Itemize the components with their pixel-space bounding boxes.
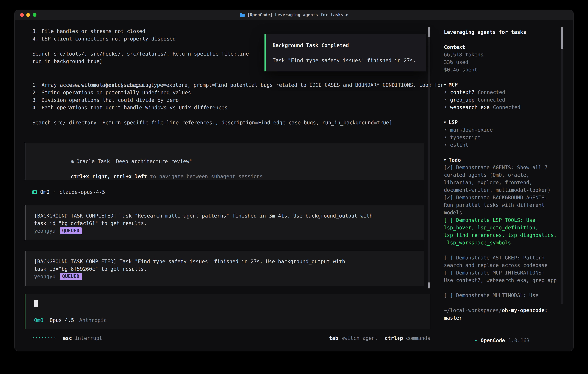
mcp-item: •websearch_exaConnected	[444, 104, 573, 111]
half-moon-icon: ◐	[346, 10, 348, 20]
provider-label: Anthropic	[79, 316, 107, 324]
lsp-name: markdown-oxide	[450, 127, 493, 133]
sidebar-scrollbar[interactable]	[561, 27, 563, 304]
mcp-item: •grep_appConnected	[444, 96, 573, 104]
bullet-icon: •	[444, 142, 447, 148]
hint-text: to navigate between subagent sessions	[147, 174, 263, 179]
chevron-down-icon: ▼	[444, 158, 446, 162]
text-cursor	[34, 300, 38, 307]
active-model-label: Opus 4.5	[50, 316, 74, 324]
zoom-window-button[interactable]	[33, 13, 36, 17]
agent-name: OmO	[40, 188, 49, 196]
toast-title: Background Task Completed	[273, 42, 419, 49]
toast-body: Task "Find type safety issues" finished …	[273, 57, 419, 64]
agent-model: claude-opus-4-5	[59, 188, 105, 196]
background-task-toast[interactable]: Background Task Completed Task "Find typ…	[264, 34, 426, 72]
chat-scrollbar[interactable]	[428, 27, 430, 289]
bullet-icon: •	[474, 338, 477, 343]
separator-dot: ·	[53, 188, 56, 196]
oracle-task-panel[interactable]: ◉Oracle Task "Deep architecture review" …	[25, 143, 424, 180]
mcp-heading-label: MCP	[449, 82, 458, 88]
todo-item: [✓] Demonstrate BACKGROUND AGENTS: Run p…	[444, 194, 559, 216]
hint-keys: ctrl+x right, ctrl+x left	[71, 174, 147, 179]
lsp-name: eslint	[450, 142, 468, 148]
chevron-down-icon: ▼	[444, 120, 446, 124]
todo-section-header[interactable]: ▼Todo	[444, 156, 573, 164]
status-badge: QUEUED	[60, 273, 82, 280]
terminal-window: [OpenCode] Leveraging agents for tasks ◐…	[14, 10, 574, 351]
minimize-window-button[interactable]	[26, 13, 30, 17]
session-title: Leveraging agents for tasks	[444, 28, 573, 36]
esc-key-hint: esc	[63, 334, 72, 342]
lsp-item: •markdown-oxide	[444, 126, 573, 134]
workspace-branch: master	[444, 314, 559, 322]
mcp-name: grep_app	[450, 97, 474, 103]
todo-item: [ ] Demonstrate MCP INTEGRATIONS: Use co…	[444, 269, 559, 284]
window-title-group: [OpenCode] Leveraging agents for tasks ◐	[240, 10, 348, 20]
oracle-task-title: Oracle Task "Deep architecture review"	[76, 158, 192, 164]
status-bar-right: tab switch agent ctrl+p commands	[329, 334, 430, 342]
navigation-hint: ctrl+x right, ctrl+x left to navigate be…	[34, 165, 415, 173]
message-text: [BACKGROUND TASK COMPLETED] Task "Find t…	[34, 258, 415, 265]
model-info-row: OmO Opus 4.5 Anthropic	[34, 316, 422, 324]
oracle-task-title-row: ◉Oracle Task "Deep architecture review"	[34, 150, 415, 158]
message-block: [BACKGROUND TASK COMPLETED] Task "Resear…	[25, 205, 424, 240]
mcp-section-header[interactable]: ▼MCP	[444, 81, 573, 89]
agent-square-icon	[32, 190, 37, 194]
todo-heading-label: Todo	[449, 157, 461, 163]
ctrlp-key-hint: ctrl+p	[385, 334, 403, 342]
terminal-line: 3. Division operations that could divide…	[32, 96, 431, 104]
bullet-icon: •	[444, 89, 447, 95]
window-title: [OpenCode] Leveraging agents for tasks	[247, 10, 343, 20]
todo-item: [ ] Demonstrate AST-GREP: Pattern search…	[444, 254, 559, 269]
spinner-dots: ••••••••	[32, 334, 57, 342]
context-spent: $0.46 spent	[444, 66, 573, 73]
workspace-path-prefix: ~/local-workspaces/	[444, 307, 502, 313]
workspace-path: ~/local-workspaces/oh-my-opencode: maste…	[444, 307, 559, 322]
lsp-section-header[interactable]: ▼LSP	[444, 119, 573, 126]
chat-scrollbar-thumb[interactable]	[428, 282, 430, 288]
tool-call-header: ⚙call_omo_agent [subagent_type=explore, …	[32, 74, 431, 81]
mcp-name: context7	[450, 89, 474, 95]
traffic-lights	[20, 13, 36, 17]
message-user: yeongyu	[34, 273, 56, 280]
mcp-status: Connected	[478, 97, 505, 103]
record-icon: ◉	[71, 158, 74, 164]
lsp-item: •eslint	[444, 141, 573, 149]
chat-pane: 3. File handles or streams not closed 4.…	[15, 20, 431, 351]
context-tokens: 66,518 tokens	[444, 51, 573, 58]
tab-key-label: switch agent	[341, 334, 378, 342]
opencode-version: 1.0.163	[508, 338, 530, 343]
desktop: [OpenCode] Leveraging agents for tasks ◐…	[0, 0, 588, 374]
context-heading: Context	[444, 43, 573, 51]
agent-header: OmO · claude-opus-4-5	[32, 188, 431, 196]
message-text: task_id="bg_dcfac161" to get results.	[34, 219, 415, 227]
prompt-input[interactable]: OmO Opus 4.5 Anthropic	[25, 294, 430, 329]
titlebar: [OpenCode] Leveraging agents for tasks ◐	[15, 10, 573, 20]
terminal-content: 3. File handles or streams not closed 4.…	[15, 20, 573, 351]
close-window-button[interactable]	[20, 13, 24, 17]
chat-scrollbar-thumb[interactable]	[428, 27, 430, 37]
message-meta: yeongyu QUEUED	[34, 273, 415, 280]
terminal-line: Search src/ directory. Return specific f…	[32, 119, 431, 126]
chevron-down-icon: ▼	[444, 83, 446, 87]
message-user: yeongyu	[34, 227, 56, 235]
terminal-line: 2. String operations on potentially unde…	[32, 89, 431, 96]
session-sidebar: Leveraging agents for tasks Context 66,5…	[431, 20, 573, 351]
mcp-status: Connected	[493, 104, 520, 110]
message-text: [BACKGROUND TASK COMPLETED] Task "Resear…	[34, 212, 415, 219]
sidebar-scrollbar-thumb[interactable]	[561, 27, 563, 49]
message-block: [BACKGROUND TASK COMPLETED] Task "Find t…	[25, 251, 424, 286]
opencode-label: OpenCode	[481, 338, 505, 343]
terminal-line	[32, 111, 431, 119]
mcp-status: Connected	[478, 89, 505, 95]
todo-item: [✓] Demonstrate AGENTS: Show all 7 curat…	[444, 164, 559, 194]
terminal-line: 3. File handles or streams not closed	[32, 28, 431, 35]
folder-icon	[240, 13, 245, 17]
opencode-version-row: •OpenCode1.0.163	[444, 329, 573, 337]
lsp-name: typescript	[450, 135, 481, 140]
bullet-icon: •	[444, 135, 447, 140]
lsp-item: •typescript	[444, 134, 573, 141]
status-bar: •••••••• esc interrupt tab switch agent …	[32, 334, 430, 342]
mcp-name: websearch_exa	[450, 104, 490, 110]
